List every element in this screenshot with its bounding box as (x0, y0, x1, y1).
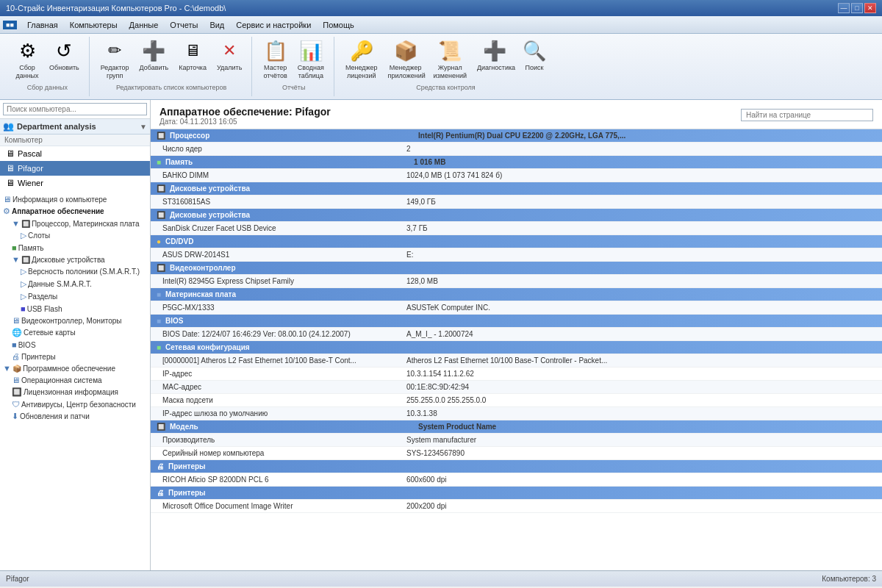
tree-updates[interactable]: ⬇ Обновления и патчи (0, 410, 150, 423)
hardware-tree: 🖥 Информация о компьютере ⚙ Аппаратное о… (0, 190, 150, 570)
menu-view[interactable]: Вид (204, 18, 230, 32)
status-bar: Pifagor Компьютеров: 3 (0, 570, 882, 587)
minimize-button[interactable]: — (838, 3, 850, 13)
cdrom-section-icon: ● (157, 237, 161, 245)
tree-bios[interactable]: ■ BIOS (0, 339, 150, 351)
tree-antivirus[interactable]: 🛡 Антивирусы, Центр безопасности (0, 398, 150, 410)
menu-service[interactable]: Сервис и настройки (230, 18, 317, 32)
add-button[interactable]: ➕ Добавить (136, 37, 173, 74)
app-mgr-button[interactable]: 📦 Менеджерприложений (384, 37, 427, 82)
summary-icon: 📊 (299, 39, 323, 62)
department-selector[interactable]: 👥 Department analysis ▼ (0, 119, 150, 135)
refresh-label: Обновить (49, 64, 79, 72)
ribbon-group-edit: ✏ Редакторгрупп ➕ Добавить 🖥 Карточка ✕ … (91, 37, 253, 96)
computer-wiener[interactable]: 🖥 Wiener (0, 176, 150, 190)
summary-label: Своднаятаблица (298, 64, 324, 80)
tree-os[interactable]: 🖥 Операционная система (0, 374, 150, 386)
refresh-button[interactable]: ↺ Обновить (46, 37, 83, 74)
row-intel-video: Intel(R) 82945G Express Chipset Family 1… (151, 275, 882, 288)
search-ribbon-button[interactable]: 🔍 Поиск (519, 37, 550, 74)
tree-partitions[interactable]: ▷ Разделы (0, 290, 150, 303)
tree-usb-flash[interactable]: ■ USB Flash (0, 303, 150, 315)
editor-label: Редакторгрупп (101, 64, 129, 80)
search-ribbon-label: Поиск (525, 64, 543, 72)
diagnostics-icon: ➕ (483, 39, 506, 62)
app-logo: ■■ (3, 21, 17, 29)
content-header: Аппаратное обеспечение: Pifagor Дата: 04… (151, 100, 882, 129)
motherboard-section-icon: ■ (157, 290, 161, 298)
row-core-count: Число ядер 2 (151, 143, 882, 156)
tree-smart-health[interactable]: ▷ Версность полоники (S.M.A.R.T.) (0, 265, 150, 278)
diagnostics-button[interactable]: ➕ Диагностика (473, 37, 516, 74)
section-processor: 🔲 Процессор Intel(R) Pentium(R) Dual CPU… (151, 129, 882, 143)
tree-slots[interactable]: ▷ Слоты (0, 229, 150, 242)
menu-data[interactable]: Данные (123, 18, 165, 32)
tree-memory[interactable]: ■ Память (0, 242, 150, 254)
search-computer-input[interactable] (3, 103, 147, 115)
ribbon-group-control: 🔑 Менеджерлицензий 📦 Менеджерприложений … (336, 37, 556, 96)
ribbon-group-collect: ⚙ Сборданных ↺ Обновить Сбор данных (6, 37, 90, 96)
wizard-button[interactable]: 📋 Мастеротчётов (259, 37, 290, 82)
ribbon-group-reports-label: Отчёты (282, 84, 305, 91)
computers-section-header: Компьютер (0, 135, 150, 146)
license-mgr-label: Менеджерлицензий (345, 64, 378, 80)
wizard-icon: 📋 (264, 39, 287, 62)
section-motherboard: ■ Материнская плата (151, 288, 882, 301)
license-mgr-button[interactable]: 🔑 Менеджерлицензий (342, 37, 381, 82)
change-log-button[interactable]: 📜 Журнализменений (430, 37, 470, 82)
tree-cpu-motherboard[interactable]: ▼ 🔲 Процессор, Материнская плата (0, 218, 150, 229)
computer-pifagor[interactable]: 🖥 Pifagor (0, 161, 150, 176)
tree-network[interactable]: 🌐 Сетевые карты (0, 326, 150, 339)
title-bar-controls: — □ ✕ (838, 3, 876, 13)
menu-bar: ■■ Главная Компьютеры Данные Отчеты Вид … (0, 16, 882, 34)
computer-icon-pifagor: 🖥 (6, 163, 15, 173)
delete-icon: ✕ (218, 39, 241, 62)
computer-pascal[interactable]: 🖥 Pascal (0, 146, 150, 161)
computer-list: 🖥 Pascal 🖥 Pifagor 🖥 Wiener (0, 146, 150, 190)
maximize-button[interactable]: □ (851, 3, 863, 13)
row-ip: IP-адрес 10.3.1.154 11.1.2.62 (151, 368, 882, 381)
wizard-label: Мастеротчётов (263, 64, 287, 80)
section-bios: ■ BIOS (151, 315, 882, 328)
computer-icon-wiener: 🖥 (6, 178, 15, 188)
editor-button[interactable]: ✏ Редакторгрупп (97, 37, 133, 82)
row-p5gc: P5GC-MX/1333 ASUSTeK Computer INC. (151, 301, 882, 315)
tree-software[interactable]: ▼ 📦 Программное обеспечение (0, 362, 150, 374)
sidebar-search-area (0, 100, 150, 119)
content-search-area (741, 109, 873, 121)
change-log-icon: 📜 (438, 39, 462, 62)
main-layout: 👥 Department analysis ▼ Компьютер 🖥 Pasc… (0, 100, 882, 570)
department-icon: 👥 (3, 121, 14, 132)
section-model: 🔲 Модель System Product Name (151, 420, 882, 434)
tree-printers[interactable]: 🖨 Принтеры (0, 351, 150, 362)
tree-smart-data[interactable]: ▷ Данные S.M.A.R.T. (0, 278, 150, 290)
tree-computer-info[interactable]: 🖥 Информация о компьютере (0, 193, 150, 205)
content-search-input[interactable] (741, 109, 873, 121)
model-section-icon: 🔲 (157, 423, 165, 431)
refresh-icon: ↺ (52, 39, 76, 62)
menu-help[interactable]: Помощь (317, 18, 360, 32)
status-computer-count: Компьютеров: 3 (822, 575, 876, 583)
card-button[interactable]: 🖥 Карточка (175, 37, 210, 74)
computer-name-pifagor: Pifagor (18, 164, 43, 173)
close-button[interactable]: ✕ (864, 3, 876, 13)
tree-disks[interactable]: ▼ 🔲 Дисковые устройства (0, 254, 150, 265)
content-title: Аппаратное обеспечение: Pifagor (159, 106, 331, 118)
menu-computers[interactable]: Компьютеры (64, 18, 123, 32)
disk2-section-icon: 🔲 (157, 211, 165, 219)
ribbon-group-control-label: Средства контроля (416, 84, 475, 91)
delete-button[interactable]: ✕ Удалить (213, 37, 245, 74)
department-arrow-icon: ▼ (140, 123, 147, 131)
section-disk1: 🔲 Дисковые устройства (151, 182, 882, 196)
sidebar: 👥 Department analysis ▼ Компьютер 🖥 Pasc… (0, 100, 151, 570)
section-cdrom: ● CD/DVD (151, 235, 882, 248)
menu-reports[interactable]: Отчеты (164, 18, 204, 32)
tree-hardware[interactable]: ⚙ Аппаратное обеспечение (0, 205, 150, 218)
menu-home[interactable]: Главная (21, 18, 64, 32)
tree-video[interactable]: 🖥 Видеоконтроллер, Мониторы (0, 315, 150, 326)
delete-label: Удалить (217, 64, 242, 72)
status-computer-name: Pifagor (6, 575, 822, 583)
summary-button[interactable]: 📊 Своднаятаблица (294, 37, 328, 82)
tree-license-info[interactable]: 🔲 Лицензионная информация (0, 386, 150, 398)
collect-button[interactable]: ⚙ Сборданных (12, 37, 43, 82)
